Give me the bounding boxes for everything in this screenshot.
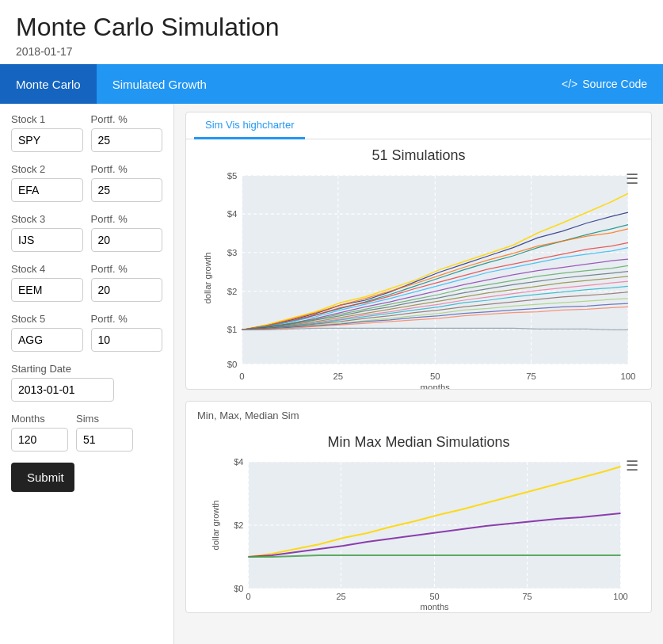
stock5-input[interactable]	[11, 328, 83, 352]
months-group: Months	[11, 413, 68, 452]
stock3-group: Stock 3	[11, 213, 83, 252]
portf4-label: Portf. %	[91, 263, 163, 275]
main-layout: Stock 1 Portf. % Stock 2 Portf. % Stock …	[0, 104, 663, 644]
sidebar: Stock 1 Portf. % Stock 2 Portf. % Stock …	[0, 104, 174, 644]
submit-button[interactable]: Submit	[11, 463, 74, 492]
months-sims-row: Months Sims	[11, 413, 162, 452]
portf3-input[interactable]	[91, 228, 163, 252]
sims-input[interactable]	[76, 428, 133, 452]
page-header: Monte Carlo Simulation 2018-01-17	[0, 0, 663, 64]
svg-text:0: 0	[246, 592, 250, 601]
stock1-group: Stock 1	[11, 113, 83, 152]
svg-text:$4: $4	[234, 457, 243, 467]
stock3-label: Stock 3	[11, 213, 83, 225]
stock3-row: Stock 3 Portf. %	[11, 213, 162, 252]
date-group: Starting Date	[11, 363, 162, 402]
content-area: Sim Vis highcharter 51 Simulations ☰	[174, 104, 663, 644]
stock2-group: Stock 2	[11, 163, 83, 202]
svg-text:$0: $0	[234, 584, 243, 593]
stock4-label: Stock 4	[11, 263, 83, 275]
chart1-svg: $5 $4 $3 $2 $1 $0 dollar growth 0 25 50 …	[194, 167, 643, 389]
svg-text:$2: $2	[227, 287, 238, 296]
svg-text:100: 100	[613, 592, 627, 601]
stock4-group: Stock 4	[11, 263, 83, 302]
source-code-link[interactable]: </> Source Code	[546, 78, 663, 90]
svg-text:$5: $5	[227, 171, 238, 181]
portf2-input[interactable]	[91, 178, 163, 202]
chart1-container: 51 Simulations ☰	[186, 139, 651, 389]
stock4-input[interactable]	[11, 278, 83, 302]
portf4-group: Portf. %	[91, 263, 163, 302]
starting-date-label: Starting Date	[11, 363, 162, 375]
chart2-section-label: Min, Max, Median Sim	[186, 402, 651, 426]
chart1-inner: ☰	[194, 167, 643, 389]
stock5-group: Stock 5	[11, 313, 83, 352]
sims-group: Sims	[76, 413, 133, 452]
nav-bar: Monte Carlo Simulated Growth </> Source …	[0, 64, 663, 104]
chart2-svg: $4 $2 $0 dollar growth 0 25 50 75 100 mo…	[194, 454, 643, 612]
tab-sim-vis[interactable]: Sim Vis highcharter	[194, 112, 305, 139]
stock2-label: Stock 2	[11, 163, 83, 175]
chart2-title: Min Max Median Simulations	[194, 434, 643, 451]
svg-text:$1: $1	[227, 325, 238, 334]
portf2-group: Portf. %	[91, 163, 163, 202]
stock1-row: Stock 1 Portf. %	[11, 113, 162, 152]
page-title: Monte Carlo Simulation	[16, 13, 647, 42]
stock1-label: Stock 1	[11, 113, 83, 125]
svg-text:100: 100	[620, 372, 635, 381]
portf4-input[interactable]	[91, 278, 163, 302]
stock2-row: Stock 2 Portf. %	[11, 163, 162, 202]
svg-text:$0: $0	[227, 360, 238, 369]
portf5-label: Portf. %	[91, 313, 163, 325]
svg-text:$3: $3	[227, 248, 238, 257]
page-date: 2018-01-17	[16, 45, 647, 58]
svg-text:25: 25	[333, 372, 344, 381]
svg-text:50: 50	[429, 592, 439, 601]
portf1-group: Portf. %	[91, 113, 163, 152]
starting-date-input[interactable]	[11, 378, 114, 402]
svg-text:dollar growth: dollar growth	[211, 501, 220, 551]
stock5-label: Stock 5	[11, 313, 83, 325]
chart1-tabs: Sim Vis highcharter	[186, 112, 651, 139]
chart1-section: Sim Vis highcharter 51 Simulations ☰	[185, 112, 652, 390]
stock2-input[interactable]	[11, 178, 83, 202]
stock1-input[interactable]	[11, 128, 83, 152]
months-label: Months	[11, 413, 68, 425]
tab-monte-carlo[interactable]: Monte Carlo	[0, 64, 97, 104]
code-icon: </>	[562, 78, 577, 90]
portf1-input[interactable]	[91, 128, 163, 152]
portf5-group: Portf. %	[91, 313, 163, 352]
portf5-input[interactable]	[91, 328, 163, 352]
tab-simulated-growth[interactable]: Simulated Growth	[97, 64, 223, 104]
chart2-menu-icon[interactable]: ☰	[626, 457, 638, 474]
svg-text:months: months	[420, 602, 449, 612]
svg-text:dollar growth: dollar growth	[203, 252, 212, 303]
svg-text:50: 50	[430, 372, 440, 381]
portf3-label: Portf. %	[91, 213, 163, 225]
chart1-menu-icon[interactable]: ☰	[626, 170, 638, 188]
portf2-label: Portf. %	[91, 163, 163, 175]
portf1-label: Portf. %	[91, 113, 163, 125]
svg-text:$2: $2	[234, 520, 243, 530]
chart2-inner: ☰	[194, 454, 643, 612]
svg-text:25: 25	[336, 592, 345, 601]
months-input[interactable]	[11, 428, 68, 452]
portf3-group: Portf. %	[91, 213, 163, 252]
chart1-title: 51 Simulations	[194, 147, 643, 164]
chart2-section: Min, Max, Median Sim Min Max Median Simu…	[185, 401, 652, 613]
svg-text:75: 75	[526, 372, 536, 381]
chart2-container: Min Max Median Simulations ☰	[186, 426, 651, 612]
stock3-input[interactable]	[11, 228, 83, 252]
stock4-row: Stock 4 Portf. %	[11, 263, 162, 302]
svg-text:$4: $4	[227, 209, 238, 219]
svg-text:0: 0	[239, 372, 244, 381]
svg-text:75: 75	[522, 592, 532, 601]
svg-text:months: months	[421, 383, 451, 389]
stock5-row: Stock 5 Portf. %	[11, 313, 162, 352]
sims-label: Sims	[76, 413, 133, 425]
